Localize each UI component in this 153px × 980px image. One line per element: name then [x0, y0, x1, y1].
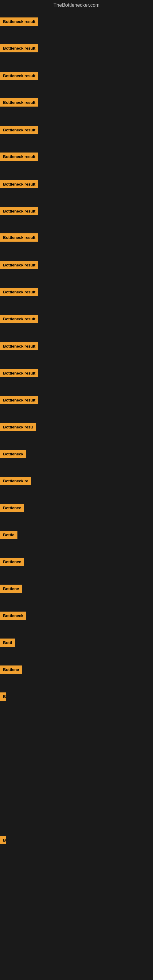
bottleneck-item-10: Bottleneck result — [0, 261, 38, 269]
bottleneck-item-14: Bottleneck result — [0, 369, 38, 377]
bottleneck-badge-3: Bottleneck result — [0, 72, 38, 80]
bottleneck-item-12: Bottleneck result — [0, 315, 38, 323]
bottleneck-item-19: Bottlenec — [0, 504, 24, 512]
bottleneck-item-20: Bottle — [0, 531, 18, 539]
bottleneck-badge-19: Bottlenec — [0, 504, 24, 512]
bottleneck-badge-17: Bottleneck — [0, 450, 26, 458]
bottleneck-badge-9: Bottleneck result — [0, 233, 38, 242]
bottleneck-item-6: Bottleneck result — [0, 153, 38, 161]
bottleneck-item-11: Bottleneck result — [0, 288, 38, 296]
bottleneck-item-2: Bottleneck result — [0, 44, 38, 52]
bottleneck-item-26: B — [0, 692, 6, 701]
bottleneck-item-9: Bottleneck result — [0, 233, 38, 242]
bottleneck-item-22: Bottlene — [0, 585, 22, 593]
bottleneck-badge-20: Bottle — [0, 531, 18, 539]
bottleneck-item-13: Bottleneck result — [0, 342, 38, 350]
bottleneck-item-15: Bottleneck result — [0, 396, 38, 404]
bottleneck-badge-1: Bottleneck result — [0, 18, 38, 26]
bottleneck-item-1: Bottleneck result — [0, 18, 38, 26]
bottleneck-badge-4: Bottleneck result — [0, 98, 38, 107]
bottleneck-item-18: Bottleneck re — [0, 477, 31, 485]
bottleneck-badge-2: Bottleneck result — [0, 44, 38, 52]
bottleneck-badge-22: Bottlene — [0, 585, 22, 593]
bottleneck-badge-27: B — [0, 836, 6, 844]
bottleneck-item-23: Bottleneck — [0, 612, 26, 620]
bottleneck-badge-21: Bottlenec — [0, 558, 24, 566]
bottleneck-item-7: Bottleneck result — [0, 180, 38, 188]
bottleneck-item-5: Bottleneck result — [0, 126, 38, 134]
bottleneck-item-8: Bottleneck result — [0, 207, 38, 215]
bottleneck-badge-7: Bottleneck result — [0, 180, 38, 188]
bottleneck-item-3: Bottleneck result — [0, 72, 38, 80]
bottleneck-badge-25: Bottlene — [0, 665, 22, 674]
bottleneck-item-16: Bottleneck resu — [0, 423, 36, 431]
bottleneck-item-17: Bottleneck — [0, 450, 26, 458]
bottleneck-badge-6: Bottleneck result — [0, 153, 38, 161]
bottleneck-badge-23: Bottleneck — [0, 612, 26, 620]
bottleneck-item-25: Bottlene — [0, 665, 22, 674]
bottleneck-item-27: B — [0, 836, 6, 844]
bottleneck-badge-11: Bottleneck result — [0, 288, 38, 296]
bottleneck-badge-15: Bottleneck result — [0, 396, 38, 404]
bottleneck-badge-5: Bottleneck result — [0, 126, 38, 134]
bottleneck-badge-13: Bottleneck result — [0, 342, 38, 350]
bottleneck-item-21: Bottlenec — [0, 558, 24, 566]
bottleneck-badge-18: Bottleneck re — [0, 477, 31, 485]
site-title: TheBottlenecker.com — [0, 0, 153, 12]
bottleneck-badge-24: Bottl — [0, 638, 15, 647]
bottleneck-badge-16: Bottleneck resu — [0, 423, 36, 431]
bottleneck-badge-14: Bottleneck result — [0, 369, 38, 377]
bottleneck-badge-10: Bottleneck result — [0, 261, 38, 269]
bottleneck-badge-8: Bottleneck result — [0, 207, 38, 215]
bottleneck-item-24: Bottl — [0, 638, 15, 647]
bottleneck-item-4: Bottleneck result — [0, 98, 38, 107]
bottleneck-badge-12: Bottleneck result — [0, 315, 38, 323]
bottleneck-badge-26: B — [0, 692, 6, 701]
